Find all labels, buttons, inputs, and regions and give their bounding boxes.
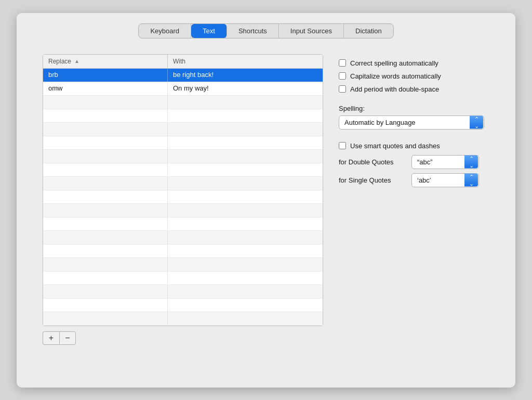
double-quotes-dropdown[interactable]: “abc” [411,155,479,169]
options-panel: Correct spelling automatically Capitaliz… [339,54,489,191]
spelling-label: Spelling: [339,105,489,112]
table-row-empty [43,136,323,150]
text-replacement-panel: Replace ▲ With brb be right back! omw [43,54,323,345]
capitalize-words-row: Capitalize words automatically [339,72,489,80]
table-row-empty [43,244,323,258]
smart-quotes-label: Use smart quotes and dashes [350,142,440,150]
table-row-empty [43,204,323,217]
table-header: Replace ▲ With [43,55,323,69]
correct-spelling-checkbox[interactable] [339,59,346,67]
table-row-empty [43,109,323,123]
add-period-row: Add period with double-space [339,85,489,93]
smart-quotes-checkbox[interactable] [339,142,346,149]
double-quotes-dropdown-wrapper: “abc” ⌃⌄ [411,155,479,169]
table-row-empty [43,217,323,231]
table-body: brb be right back! omw On my way! [43,69,323,326]
cell-with: be right back! [168,69,323,82]
remove-button[interactable]: − [59,331,76,345]
table-buttons: + − [43,331,323,345]
table-row-empty [43,299,323,312]
table-row-empty [43,312,323,326]
col-header-replace: Replace ▲ [43,55,168,68]
spelling-section: Spelling: Automatic by Language ⌃⌄ [339,105,489,130]
table-row-empty [43,231,323,244]
spelling-dropdown-wrapper: Automatic by Language ⌃⌄ [339,115,484,130]
table-row[interactable]: brb be right back! [43,69,323,82]
table-row-empty [43,272,323,285]
replacement-table: Replace ▲ With brb be right back! omw [43,54,323,326]
single-quotes-dropdown[interactable]: ‘abc’ [411,173,479,187]
capitalize-words-checkbox[interactable] [339,72,346,80]
cell-with: On my way! [168,82,323,95]
tab-bar: Keyboard Text Shortcuts Input Sources Di… [138,23,393,38]
smart-quotes-section: Use smart quotes and dashes for Double Q… [339,142,489,191]
table-row[interactable]: omw On my way! [43,82,323,96]
table-row-empty [43,123,323,136]
tab-keyboard[interactable]: Keyboard [139,24,191,38]
tab-text[interactable]: Text [191,24,227,38]
correct-spelling-row: Correct spelling automatically [339,59,489,67]
correct-spelling-label: Correct spelling automatically [350,59,438,67]
cell-replace: omw [43,82,168,95]
tab-input-sources[interactable]: Input Sources [279,24,344,38]
double-quotes-row: for Double Quotes “abc” ⌃⌄ [339,155,489,169]
cell-replace: brb [43,69,168,82]
single-quotes-row: for Single Quotes ‘abc’ ⌃⌄ [339,173,489,187]
capitalize-words-label: Capitalize words automatically [350,72,441,80]
table-row-empty [43,190,323,204]
content-area: Replace ▲ With brb be right back! omw [27,49,505,350]
table-row-empty [43,96,323,109]
table-row-empty [43,258,323,272]
add-period-label: Add period with double-space [350,85,439,93]
tab-shortcuts[interactable]: Shortcuts [227,24,279,38]
table-row-empty [43,150,323,163]
table-row-empty [43,285,323,299]
single-quotes-label: for Single Quotes [339,176,406,184]
single-quotes-dropdown-wrapper: ‘abc’ ⌃⌄ [411,173,479,187]
col-header-with: With [168,55,323,68]
sort-icon: ▲ [74,58,79,64]
double-quotes-label: for Double Quotes [339,158,406,166]
table-row-empty [43,177,323,190]
smart-quotes-row: Use smart quotes and dashes [339,142,489,150]
add-period-checkbox[interactable] [339,85,346,93]
add-button[interactable]: + [43,331,59,345]
spelling-dropdown[interactable]: Automatic by Language [339,115,484,130]
tab-dictation[interactable]: Dictation [344,24,393,38]
preferences-window: Keyboard Text Shortcuts Input Sources Di… [17,13,515,388]
table-row-empty [43,163,323,177]
